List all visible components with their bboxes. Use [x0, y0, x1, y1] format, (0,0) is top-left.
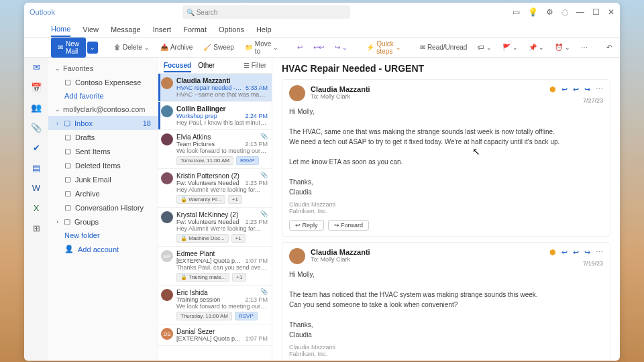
tab-home[interactable]: Home	[51, 22, 70, 37]
message-item[interactable]: Krystal McKinney (2)Fw: Volunteers Neede…	[158, 208, 272, 247]
message-list: Focused Other ☰ Filter Claudia MazzantiH…	[158, 58, 272, 361]
favorites-header[interactable]: ⌄ Favorites	[48, 62, 158, 75]
app-title: Outlook	[30, 8, 55, 16]
tab-other[interactable]: Other	[198, 60, 215, 71]
nav-fav-item[interactable]: ▢ Contoso Expensese	[48, 75, 158, 89]
folder-deleted-items[interactable]: ▢ Deleted Items	[48, 158, 158, 172]
moveto-button[interactable]: 📁 Move to ⌄	[242, 39, 281, 56]
mail-icon[interactable]: ✉	[31, 62, 42, 72]
more-icon[interactable]: ⋯	[596, 85, 603, 94]
add-account-link[interactable]: 👤 Add account	[48, 242, 158, 256]
undo-icon[interactable]: ↶	[604, 42, 614, 52]
snooze-icon[interactable]: ⏰ ⌄	[552, 42, 573, 52]
message-item[interactable]: Elvia AtkinsTeam Pictures2:13 PMWe look …	[158, 130, 272, 169]
forward-button[interactable]: ↪ Forward	[328, 220, 370, 231]
calendar-icon[interactable]: 📅	[31, 82, 42, 93]
new-mail-button[interactable]: ✉ New Mail	[51, 38, 86, 58]
tab-options[interactable]: Options	[219, 23, 244, 36]
tab-format[interactable]: Format	[183, 23, 207, 36]
more-icon[interactable]: ⋯	[578, 42, 590, 52]
attach-icon[interactable]: 📎	[31, 122, 42, 133]
message-item[interactable]: Claudia MazzantiHVAC repair needed - U (…	[158, 74, 272, 102]
flag-icon[interactable]: 🚩 ⌄	[500, 42, 521, 52]
archive-button[interactable]: 📥 Archive	[158, 42, 195, 52]
people-icon[interactable]: 👥	[31, 102, 42, 113]
search-input[interactable]: 🔍 Search	[182, 5, 350, 19]
message-item[interactable]: Collin BallingerWorkshop prep2:24 PMHey …	[158, 102, 272, 130]
tag-icon[interactable]: 🏷 ⌄	[475, 42, 494, 52]
message-item[interactable]: EPEdmee Plant[EXTERNAL] Quota per...1:07…	[158, 247, 272, 286]
cursor-icon: ↖	[472, 146, 480, 157]
message-item[interactable]: Kristin Pattersnon (2)Fw: Volunteers Nee…	[158, 169, 272, 208]
conversation-title: HVAC Repair Needed - URGENT	[282, 63, 610, 74]
minimize-icon[interactable]: —	[576, 7, 584, 17]
readunread-button[interactable]: ✉ Read/Unread	[417, 42, 470, 52]
tab-message[interactable]: Message	[111, 23, 141, 36]
replyall-icon[interactable]: ↩	[573, 248, 579, 257]
bulb-icon[interactable]: ◌	[561, 7, 568, 17]
sweep-button[interactable]: 🧹 Sweep	[201, 42, 237, 52]
star-icon[interactable]: ⬢	[549, 85, 556, 94]
folder-nav: ⌄ Favorites ▢ Contoso Expensese Add favo…	[48, 58, 158, 361]
apps-icon[interactable]: ⊞	[31, 223, 42, 233]
forward-icon[interactable]: ↪ ⌄	[332, 42, 350, 52]
app-rail: ✉ 📅 👥 📎 ✔ ▤ W X ⊞	[24, 58, 48, 361]
new-mail-dropdown[interactable]: ⌄	[87, 42, 98, 54]
folder-groups[interactable]: ›▢ Groups	[48, 215, 158, 229]
reply-icon[interactable]: ↩	[561, 85, 568, 94]
ribbon: ✉ New Mail ⌄ 🗑 Delete ⌄ 📥 Archive 🧹 Swee…	[24, 38, 620, 58]
quicksteps-button[interactable]: ⚡ Quick steps ⌄	[364, 39, 404, 56]
tab-insert[interactable]: Insert	[153, 23, 172, 36]
reading-pane: HVAC Repair Needed - URGENT ⬢↩↩↪⋯7/27/23…	[272, 58, 620, 361]
maximize-icon[interactable]: ☐	[592, 7, 600, 17]
folder-drafts[interactable]: ▢ Drafts	[48, 130, 158, 144]
forward-icon[interactable]: ↪	[584, 248, 590, 257]
delete-button[interactable]: 🗑 Delete ⌄	[111, 42, 152, 52]
more-icon[interactable]: ⋯	[596, 248, 603, 257]
folder-junk-email[interactable]: ▢ Junk Email	[48, 172, 158, 186]
email-card: ⬢↩↩↪⋯7/19/23Claudia MazzantiTo: Molly Cl…	[282, 242, 610, 361]
msglist-header: Focused Other ☰ Filter	[158, 58, 272, 74]
pin-icon[interactable]: 📌 ⌄	[526, 42, 547, 52]
folder-archive[interactable]: ▢ Archive	[48, 186, 158, 200]
message-item[interactable]: DSDanial Sezer[EXTERNAL] Quota per...1:0…	[158, 324, 272, 346]
star-icon[interactable]: ⬢	[549, 248, 556, 257]
filter-button[interactable]: ☰ Filter	[244, 62, 266, 69]
reply-icon[interactable]: ↩	[294, 42, 305, 52]
close-icon[interactable]: ✕	[608, 7, 614, 17]
message-item[interactable]: Eric IshidaTraining session2:13 PMWe loo…	[158, 286, 272, 324]
tab-view[interactable]: View	[83, 23, 99, 36]
excel-icon[interactable]: X	[31, 202, 42, 213]
account-header[interactable]: ⌄ mollyclark@contoso.com	[48, 103, 158, 116]
titlebar-controls: ▭ 💡 ⚙ ◌ — ☐ ✕	[513, 7, 614, 17]
menu-tabs: HomeViewMessageInsertFormatOptionsHelp	[24, 21, 620, 38]
word-icon[interactable]: W	[31, 182, 42, 193]
tab-focused[interactable]: Focused	[164, 60, 191, 72]
new-folder-link[interactable]: New folder	[48, 229, 158, 242]
gear-icon[interactable]: ⚙	[546, 7, 553, 17]
todo-icon[interactable]: ✔	[31, 142, 42, 153]
email-card: ⬢↩↩↪⋯7/27/23Claudia MazzantiTo: Molly Cl…	[282, 79, 610, 237]
outlook-window: Outlook 🔍 Search ▭ 💡 ⚙ ◌ — ☐ ✕ HomeViewM…	[24, 3, 620, 361]
folder-conversation-history[interactable]: ▢ Conversation History	[48, 200, 158, 215]
reply-icon[interactable]: ↩	[561, 248, 568, 257]
feed-icon[interactable]: ▤	[31, 162, 42, 173]
forward-icon[interactable]: ↪	[584, 85, 590, 94]
notif-icon[interactable]: 💡	[528, 7, 538, 17]
replyall-icon[interactable]: ↩	[573, 85, 579, 94]
inbox-icon[interactable]: ▭	[513, 7, 520, 17]
tab-help[interactable]: Help	[256, 23, 272, 36]
folder-inbox[interactable]: ›▢ Inbox18	[48, 116, 158, 130]
folder-sent-items[interactable]: ▢ Sent Items	[48, 144, 158, 158]
add-favorite-link[interactable]: Add favorite	[48, 89, 158, 103]
titlebar: Outlook 🔍 Search ▭ 💡 ⚙ ◌ — ☐ ✕	[24, 3, 620, 21]
search-icon: 🔍	[186, 9, 195, 16]
reply-button[interactable]: ↩ Reply	[289, 220, 324, 231]
replyall-icon[interactable]: ↩↩	[311, 42, 327, 52]
